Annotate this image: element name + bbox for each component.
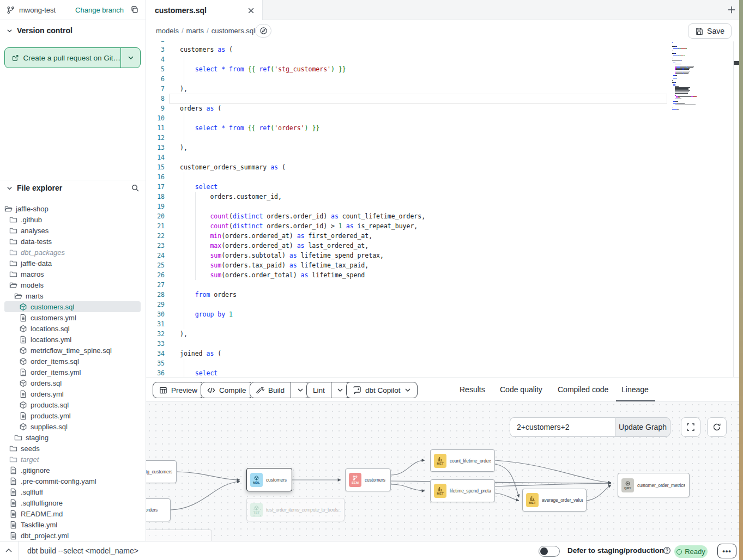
tree-item-products-yml[interactable]: products.yml bbox=[19, 410, 71, 421]
tree-item-dbt-project-yml[interactable]: dbt_project.yml bbox=[9, 530, 69, 541]
tree-item-readme-md[interactable]: README.md bbox=[9, 508, 63, 519]
editor-scrollbar-thumb[interactable] bbox=[734, 61, 739, 65]
lineage-node-test_order_items[interactable]: TSTtest_order_items_compute_to_bools... bbox=[246, 498, 345, 521]
copy-icon[interactable] bbox=[130, 5, 139, 14]
tree-item-orders-sql[interactable]: orders.sql bbox=[19, 378, 62, 388]
code-line[interactable]: orders.customer_id, bbox=[180, 192, 282, 202]
tree-item--gitignore[interactable]: .gitignore bbox=[9, 465, 50, 476]
tree-item--pre-commit-config-yaml[interactable]: .pre-commit-config.yaml bbox=[9, 476, 96, 486]
panel-tab-lineage[interactable]: Lineage bbox=[621, 385, 649, 394]
tree-item-order-items-yml[interactable]: order_items.yml bbox=[19, 367, 81, 378]
tree-item-locations-yml[interactable]: locations.yml bbox=[19, 334, 71, 345]
dbt-copilot-button[interactable]: dbt Copilot bbox=[346, 382, 418, 398]
lineage-node-faded_partial[interactable] bbox=[146, 529, 212, 541]
create-pr-dropdown[interactable] bbox=[120, 48, 140, 68]
lineage-canvas[interactable]: MDLstg_customersMDLordersMDLcustomersTST… bbox=[146, 401, 743, 541]
tree-item-taskfile-yml[interactable]: Taskfile.yml bbox=[9, 519, 57, 530]
more-options-button[interactable]: ••• bbox=[717, 544, 736, 558]
tree-item-seeds[interactable]: seeds bbox=[9, 443, 40, 454]
panel-tab-code-quality[interactable]: Code quality bbox=[500, 385, 542, 394]
code-line[interactable]: max(orders.ordered_at) as last_ordered_a… bbox=[180, 241, 369, 251]
tree-item-marts[interactable]: marts bbox=[14, 290, 44, 301]
chevron-up-icon[interactable] bbox=[4, 546, 13, 555]
code-line[interactable]: sum(orders.subtotal) as lifetime_spend_p… bbox=[180, 251, 384, 260]
lineage-node-customer_order_metrics[interactable]: QRYcustomer_order_metrics bbox=[618, 473, 690, 497]
tree-item-jaffle-data[interactable]: jaffle-data bbox=[9, 258, 52, 269]
tree-item-order-items-sql[interactable]: order_items.sql bbox=[19, 356, 79, 367]
lint-button[interactable]: Lint bbox=[306, 382, 350, 398]
close-icon[interactable] bbox=[247, 7, 255, 14]
tree-item-locations-sql[interactable]: locations.sql bbox=[19, 323, 70, 334]
tree-item-metricflow-time-spine-sql[interactable]: metricflow_time_spine.sql bbox=[19, 345, 112, 356]
panel-tab-results[interactable]: Results bbox=[460, 385, 485, 394]
code-line[interactable]: orders as ( bbox=[180, 104, 221, 113]
save-button[interactable]: Save bbox=[688, 23, 732, 39]
lineage-node-customers_sem[interactable]: SEMcustomers bbox=[345, 468, 391, 491]
tree-item-analyses[interactable]: analyses bbox=[9, 225, 49, 236]
fullscreen-button[interactable] bbox=[681, 417, 700, 437]
file-explorer-header[interactable]: File explorer bbox=[7, 184, 140, 192]
code-line[interactable]: ), bbox=[180, 143, 188, 153]
tree-item-supplies-sql[interactable]: supplies.sql bbox=[19, 421, 68, 432]
code-line[interactable]: sum(orders.tax_paid) as lifetime_tax_pai… bbox=[180, 260, 369, 270]
lineage-node-average_order_value[interactable]: METaverage_order_value bbox=[522, 489, 587, 512]
compile-button[interactable]: Compile bbox=[201, 382, 253, 398]
tree-item-models[interactable]: models bbox=[9, 279, 44, 290]
code-line[interactable]: ), bbox=[180, 329, 188, 339]
code-line[interactable]: joined as ( bbox=[180, 349, 221, 358]
code-line[interactable]: sum(orders.order_total) as lifetime_spen… bbox=[180, 270, 365, 280]
tree-item-jaffle-shop[interactable]: jaffle-shop bbox=[4, 203, 49, 214]
command-text[interactable]: dbt build --select <model_name> bbox=[27, 546, 138, 555]
tree-item-products-sql[interactable]: products.sql bbox=[19, 399, 69, 410]
code-line[interactable]: select * from {{ ref('stg_customers') }} bbox=[180, 64, 346, 74]
new-tab-icon[interactable] bbox=[727, 5, 736, 15]
search-icon[interactable] bbox=[131, 184, 140, 192]
preview-button[interactable]: Preview bbox=[153, 382, 204, 398]
navigate-icon[interactable] bbox=[255, 24, 271, 38]
change-branch-link[interactable]: Change branch bbox=[75, 6, 124, 14]
code-line[interactable]: from orders bbox=[180, 290, 237, 300]
tree-item--github[interactable]: .github bbox=[9, 214, 42, 225]
version-control-header[interactable]: Version control bbox=[7, 26, 73, 35]
tree-item--sqlfluff[interactable]: .sqlfluff bbox=[9, 486, 43, 497]
code-line[interactable]: customer_orders_summary as ( bbox=[180, 162, 286, 172]
code-editor[interactable]: 23customers as (45 select * from {{ ref(… bbox=[146, 41, 733, 377]
code-line[interactable]: select bbox=[180, 368, 218, 377]
code-line[interactable]: count(distinct orders.order_id) > 1 as i… bbox=[180, 221, 418, 231]
panel-tab-compiled-code[interactable]: Compiled code bbox=[558, 385, 608, 394]
tree-item-target[interactable]: target bbox=[9, 454, 39, 465]
lineage-node-lifetime_spend_pretax[interactable]: METlifetime_spend_pretax bbox=[430, 479, 495, 502]
tab-customers-sql[interactable]: customers.sql bbox=[146, 0, 263, 21]
code-line[interactable]: select * from {{ ref('orders') }} bbox=[180, 123, 319, 133]
refresh-button[interactable] bbox=[707, 417, 727, 437]
lineage-node-customers_mdl[interactable]: MDLcustomers bbox=[246, 468, 292, 491]
lineage-selector-input[interactable] bbox=[510, 417, 615, 437]
tree-item-orders-yml[interactable]: orders.yml bbox=[19, 388, 64, 399]
create-pr-main[interactable]: Create a pull request on Git… bbox=[5, 48, 120, 68]
code-line[interactable]: group by 1 bbox=[180, 309, 233, 319]
code-line[interactable]: customers as ( bbox=[180, 45, 233, 54]
lineage-node-count_lifetime_orders[interactable]: METcount_lifetime_orders bbox=[430, 449, 495, 472]
breadcrumb-file[interactable]: customers.sql bbox=[212, 27, 255, 35]
code-line[interactable]: min(orders.ordered_at) as first_ordered_… bbox=[180, 231, 372, 241]
tree-item-customers-sql[interactable]: customers.sql bbox=[19, 301, 74, 312]
code-line[interactable]: ), bbox=[180, 84, 188, 94]
tree-item-customers-yml[interactable]: customers.yml bbox=[19, 312, 76, 323]
breadcrumb-models[interactable]: models bbox=[156, 27, 179, 35]
help-icon[interactable] bbox=[663, 546, 671, 555]
tree-item-data-tests[interactable]: data-tests bbox=[9, 236, 52, 247]
tree-item-macros[interactable]: macros bbox=[9, 269, 44, 279]
tree-item-staging[interactable]: staging bbox=[14, 432, 49, 443]
code-line[interactable]: count(distinct orders.order_id) as count… bbox=[180, 211, 425, 221]
lineage-node-stg_customers[interactable]: MDLstg_customers bbox=[146, 460, 177, 483]
defer-toggle[interactable] bbox=[539, 546, 560, 557]
editor-scrollbar[interactable] bbox=[733, 41, 734, 377]
update-graph-button[interactable]: Update Graph bbox=[615, 417, 670, 437]
breadcrumb-marts[interactable]: marts bbox=[186, 27, 204, 35]
lineage-node-orders[interactable]: MDLorders bbox=[146, 498, 171, 521]
tree-item-dbt-packages[interactable]: dbt_packages bbox=[9, 247, 65, 258]
create-pr-button[interactable]: Create a pull request on Git… bbox=[4, 47, 141, 68]
tree-item--sqlfluffignore[interactable]: .sqlfluffignore bbox=[9, 497, 63, 508]
code-line[interactable]: select bbox=[180, 182, 218, 192]
build-button[interactable]: Build bbox=[250, 382, 310, 398]
